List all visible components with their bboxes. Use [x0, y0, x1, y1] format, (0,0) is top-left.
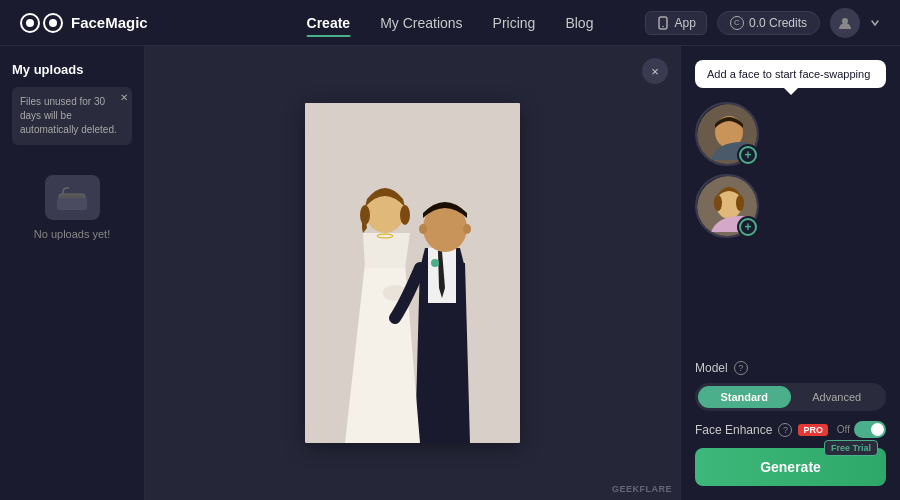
svg-point-8 [419, 224, 427, 234]
model-standard-option[interactable]: Standard [698, 386, 791, 408]
face-slot-2[interactable]: + [695, 174, 759, 238]
close-button[interactable]: × [642, 58, 668, 84]
face-enhance-toggle[interactable]: Off [837, 421, 886, 438]
nav-blog[interactable]: Blog [565, 15, 593, 31]
nav-my-creations[interactable]: My Creations [380, 15, 462, 31]
main-nav: Create My Creations Pricing Blog [307, 15, 594, 31]
header-right: App C 0.0 Credits [645, 8, 880, 38]
chevron-down-icon [870, 18, 880, 28]
logo-icon [20, 13, 63, 33]
canvas-area: × [145, 46, 680, 500]
credits-button[interactable]: C 0.0 Credits [717, 11, 820, 35]
svg-rect-4 [57, 198, 87, 210]
face-enhance-help-icon[interactable]: ? [778, 423, 792, 437]
generate-label: Generate [760, 459, 821, 475]
svg-point-15 [431, 259, 439, 267]
user-icon [837, 15, 853, 31]
svg-point-1 [662, 25, 664, 27]
notification-text: Files unused for 30 days will be automat… [20, 96, 117, 135]
model-label-row: Model ? [695, 361, 886, 375]
toggle-thumb [871, 423, 884, 436]
upload-icon [45, 175, 100, 220]
notification-box: Files unused for 30 days will be automat… [12, 87, 132, 145]
svg-point-21 [736, 195, 744, 211]
no-uploads-label: No uploads yet! [34, 228, 110, 240]
generate-button[interactable]: Free Trial Generate [695, 448, 886, 486]
header: FaceMagic Create My Creations Pricing Bl… [0, 0, 900, 46]
credits-icon: C [730, 16, 744, 30]
face-add-button-2[interactable]: + [737, 216, 759, 238]
toggle-track[interactable] [854, 421, 886, 438]
app-button[interactable]: App [645, 11, 707, 35]
model-toggle: Standard Advanced [695, 383, 886, 411]
tooltip-box: Add a face to start face-swapping [695, 60, 886, 88]
logo-text: FaceMagic [71, 14, 148, 31]
nav-pricing[interactable]: Pricing [493, 15, 536, 31]
face-enhance-row: Face Enhance ? PRO Off [695, 421, 886, 438]
main-content: My uploads Files unused for 30 days will… [0, 46, 900, 500]
couple-illustration [305, 103, 520, 443]
credits-label: 0.0 Credits [749, 16, 807, 30]
model-advanced-option[interactable]: Advanced [791, 386, 884, 408]
add-icon-2: + [739, 218, 757, 236]
logo-area: FaceMagic [20, 13, 148, 33]
svg-point-12 [400, 205, 410, 225]
notification-close-button[interactable]: ✕ [120, 91, 128, 105]
pro-badge: PRO [798, 424, 828, 436]
svg-point-20 [714, 195, 722, 211]
right-panel: Add a face to start face-swapping + [680, 46, 900, 500]
model-section: Model ? Standard Advanced Face Enhance ?… [695, 361, 886, 486]
sidebar-title: My uploads [12, 62, 132, 77]
model-label-text: Model [695, 361, 728, 375]
free-trial-badge: Free Trial [824, 440, 878, 456]
model-help-icon[interactable]: ? [734, 361, 748, 375]
face-slots: + + [695, 102, 886, 238]
toggle-off-label: Off [837, 424, 850, 435]
face-enhance-label: Face Enhance [695, 423, 772, 437]
watermark-text: GEEKFLARE [612, 484, 672, 494]
add-icon-1: + [739, 146, 757, 164]
phone-icon [656, 16, 670, 30]
face-add-button-1[interactable]: + [737, 144, 759, 166]
svg-point-9 [463, 224, 471, 234]
user-avatar[interactable] [830, 8, 860, 38]
face-slot-1[interactable]: + [695, 102, 759, 166]
upload-area: No uploads yet! [12, 175, 132, 240]
nav-create[interactable]: Create [307, 15, 351, 31]
sidebar: My uploads Files unused for 30 days will… [0, 46, 145, 500]
app-label: App [675, 16, 696, 30]
svg-point-11 [360, 205, 370, 225]
source-image [305, 103, 520, 443]
